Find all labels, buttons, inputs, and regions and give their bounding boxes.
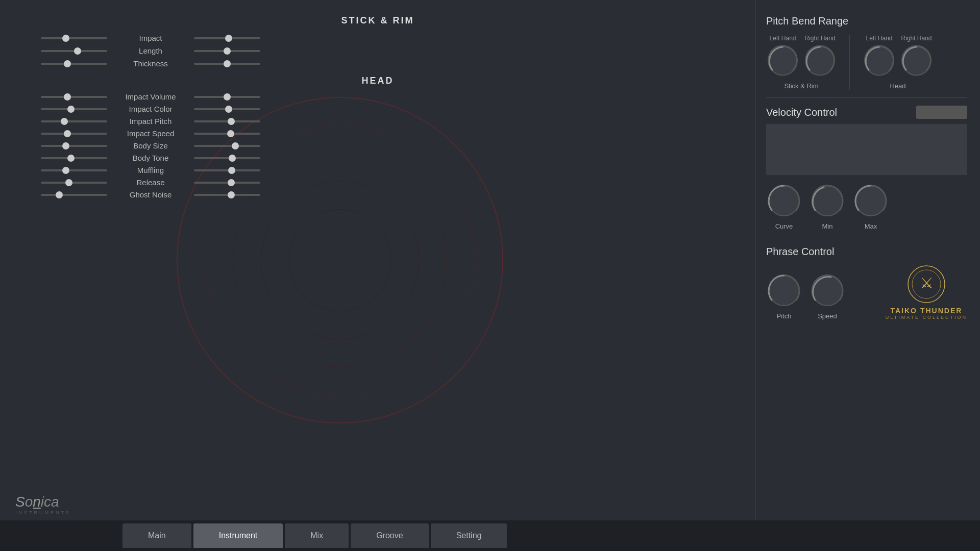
right-panel: Pitch Bend Range Left Hand Right Hand [755,0,980,520]
phrase-control-section: Phrase Control Pitch [766,246,967,320]
slider-row: Impact [41,34,715,42]
max-knob[interactable] [853,183,889,220]
slider-label: Muffling [112,166,189,174]
slider-row: Body Size [41,141,715,150]
svg-text:⚔: ⚔ [919,274,933,291]
pitch-knob[interactable] [766,272,802,310]
sr-left-hand-label: Left Hand [766,35,799,42]
slider-label: Impact Pitch [112,117,189,126]
velocity-display [916,106,967,119]
sr-right-knob[interactable] [803,44,837,80]
pitch-knob-group: Pitch [766,272,802,320]
curve-knob[interactable] [766,183,802,220]
slider-row: Impact Speed [41,129,715,138]
min-knob[interactable] [810,183,845,220]
velocity-control-section: Velocity Control [766,106,967,230]
svg-rect-4 [766,124,967,175]
head-knob-group: Left Hand Right Hand [863,35,933,90]
slider-row: Body Tone [41,154,715,162]
slider-label: Impact [112,34,189,42]
max-knob-group: Max [853,183,889,230]
curve-knob-label: Curve [775,222,793,230]
taiko-logo: ⚔ TAIKO THUNDER ULTIMATE COLLECTION [886,264,967,320]
head-right-knob[interactable] [900,44,933,80]
slider-label: Impact Speed [112,129,189,138]
pitch-bend-section: Pitch Bend Range Left Hand Right Hand [766,15,967,90]
slider-label: Release [112,178,189,187]
slider-row: Muffling [41,166,715,174]
taiko-subtitle: ULTIMATE COLLECTION [886,315,967,320]
slider-label: Body Tone [112,154,189,162]
slider-row: Impact Volume [41,92,715,101]
taiko-title: TAIKO THUNDER [886,307,967,315]
slider-row: Thickness [41,59,715,68]
min-knob-label: Min [822,222,833,230]
sr-right-hand-label: Right Hand [803,35,837,42]
bottom-nav: MainInstrumentMixGrooveSetting [0,520,980,551]
slider-label: Thickness [112,59,189,68]
slider-label: Impact Color [112,105,189,113]
stick-rim-group-label: Stick & Rim [784,82,818,90]
head-section: HEAD Impact VolumeImpact ColorImpact Pit… [0,76,755,199]
velocity-graph[interactable] [766,124,967,175]
nav-tab-groove[interactable]: Groove [351,523,428,548]
nav-tab-main[interactable]: Main [122,523,191,548]
slider-row: Length [41,46,715,55]
nav-tab-setting[interactable]: Setting [431,523,507,548]
sonica-logo-area: Sonica INSTRUMENTS [15,494,71,515]
slider-row: Release [41,178,715,187]
pitch-knob-label: Pitch [777,312,792,320]
stick-rim-section: STICK & RIM ImpactLengthThickness [0,0,755,68]
nav-tab-instrument[interactable]: Instrument [193,523,283,548]
head-group-label: Head [890,82,905,90]
min-knob-group: Min [810,183,845,230]
speed-knob-label: Speed [818,312,837,320]
sonica-text: S [15,494,25,510]
pitch-bend-title: Pitch Bend Range [766,15,967,27]
stick-rim-knob-group: Left Hand Right Hand [766,35,837,90]
left-panel: STICK & RIM ImpactLengthThickness HEAD I… [0,0,755,520]
slider-label: Impact Volume [112,92,189,101]
velocity-control-title: Velocity Control [766,107,837,118]
instruments-label: INSTRUMENTS [15,510,71,515]
head-right-hand-label: Right Hand [900,35,933,42]
max-knob-label: Max [865,222,877,230]
head-sliders: Impact VolumeImpact ColorImpact PitchImp… [0,92,755,199]
slider-row: Impact Pitch [41,117,715,126]
head-left-hand-label: Left Hand [863,35,896,42]
head-title: HEAD [0,76,755,86]
stick-rim-title: STICK & RIM [0,15,755,26]
stick-rim-sliders: ImpactLengthThickness [0,34,755,68]
head-left-knob[interactable] [863,44,896,80]
nav-tab-mix[interactable]: Mix [285,523,349,548]
slider-row: Impact Color [41,105,715,113]
slider-label: Ghost Noise [112,190,189,199]
slider-label: Length [112,46,189,55]
slider-row: Ghost Noise [41,190,715,199]
slider-label: Body Size [112,141,189,150]
sr-left-knob[interactable] [766,44,799,80]
phrase-control-title: Phrase Control [766,246,967,258]
speed-knob-group: Speed [810,272,845,320]
curve-knob-group: Curve [766,183,802,230]
speed-knob[interactable] [810,272,845,310]
